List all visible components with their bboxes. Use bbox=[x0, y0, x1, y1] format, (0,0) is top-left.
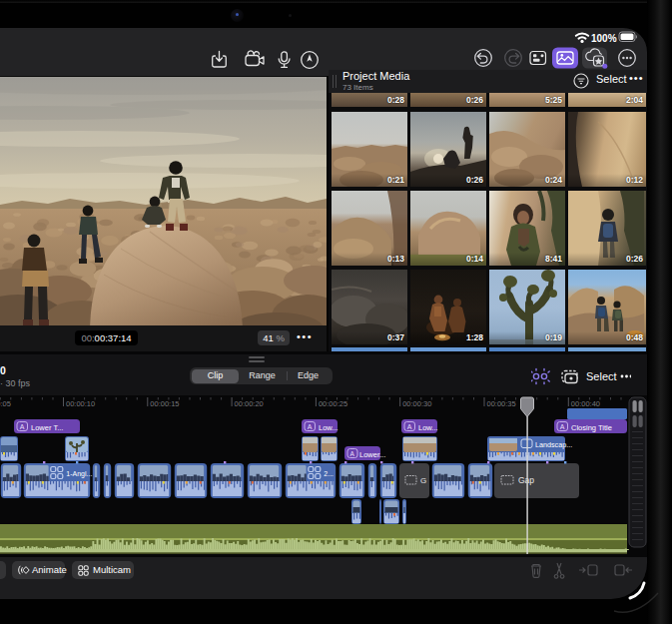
svg-text:A: A bbox=[20, 423, 25, 430]
svg-text:Low...: Low... bbox=[319, 423, 338, 432]
svg-text:00:00:40: 00:00:40 bbox=[571, 399, 600, 408]
svg-text:2...: 2... bbox=[324, 470, 334, 477]
svg-text:A: A bbox=[560, 423, 565, 430]
svg-text:00:00:10: 00:00:10 bbox=[66, 399, 95, 408]
svg-text:00:00:35: 00:00:35 bbox=[487, 399, 516, 408]
svg-text:Lower T...: Lower T... bbox=[31, 423, 63, 432]
svg-text:A: A bbox=[350, 450, 355, 457]
svg-text:Closing Title: Closing Title bbox=[571, 423, 612, 432]
svg-text:00:00:05: 00:00:05 bbox=[0, 399, 11, 408]
svg-text:Lower...: Lower... bbox=[359, 450, 385, 459]
svg-text:00:00:30: 00:00:30 bbox=[402, 399, 431, 408]
svg-text:00:00:15: 00:00:15 bbox=[150, 399, 179, 408]
svg-text:00:00:25: 00:00:25 bbox=[319, 399, 347, 408]
svg-text:Landscap...: Landscap... bbox=[535, 440, 572, 449]
svg-text:Gap: Gap bbox=[518, 475, 534, 485]
svg-text:Low...: Low... bbox=[418, 423, 438, 432]
svg-text:A: A bbox=[407, 423, 412, 430]
svg-text:00:00:20: 00:00:20 bbox=[235, 399, 264, 408]
svg-text:1-Angl...: 1-Angl... bbox=[66, 470, 92, 478]
svg-text:A: A bbox=[308, 423, 313, 430]
svg-text:G: G bbox=[420, 476, 426, 485]
svg-text:100%: 100% bbox=[591, 33, 617, 44]
